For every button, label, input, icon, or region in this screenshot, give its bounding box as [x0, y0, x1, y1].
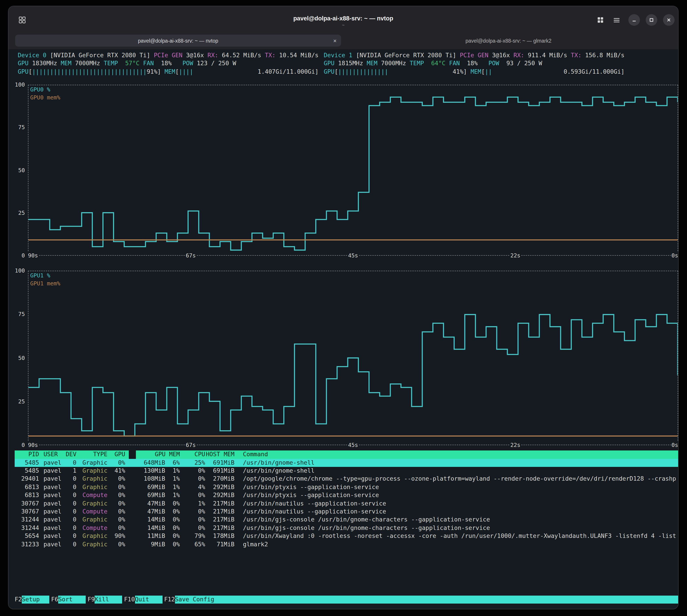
- device1-gauges: GPU[|||||||||||||| 41%] MEM[|| 0.593Gi/1…: [324, 68, 678, 76]
- header-gap: [129, 450, 136, 459]
- process-row[interactable]: 5485pavel0Graphic0%648MiB6%25%691MiB/usr…: [15, 459, 678, 467]
- header-command: Command: [243, 450, 678, 459]
- process-table: PID USER DEV TYPE GPU GPU MEM CPU HOST M…: [15, 450, 678, 548]
- fkey-f9: F9: [88, 596, 95, 603]
- device0-gauges: GPU[||||||||||||||||||||||||||||||||91%]…: [18, 68, 324, 76]
- close-icon: [666, 17, 672, 23]
- x-axis-tick: 90s: [27, 252, 38, 259]
- tab-label: pavel@dolpa-ai-x88-srv: ~ — glmark2: [466, 38, 551, 43]
- gpu1-series-svg: [28, 271, 678, 445]
- header-gpu: GPU: [107, 450, 125, 459]
- process-row[interactable]: 31233pavel0Graphic0%9MiB0%65%71MiBglmark…: [15, 540, 678, 549]
- x-axis-tick: 67s: [185, 442, 196, 449]
- gpu1-legend: GPU1 %GPU1 mem%: [30, 271, 60, 287]
- process-row[interactable]: 31244pavel0Graphic0%14MiB0%0%217MiB/usr/…: [15, 516, 678, 524]
- header-type: TYPE: [77, 450, 107, 459]
- tab-grid-icon: [597, 17, 603, 23]
- menu-button[interactable]: [613, 16, 620, 24]
- fkey-f2: F2: [15, 596, 22, 603]
- device0-clocks: GPU 1830MHz MEM 7000MHz TEMP 57°C FAN 18…: [18, 60, 324, 68]
- fkey-f10: F10: [124, 596, 135, 603]
- y-axis-tick: 75: [18, 125, 25, 131]
- tab-close-button[interactable]: ×: [333, 38, 337, 44]
- tab-glmark2[interactable]: pavel@dolpa-ai-x88-srv: ~ — glmark2: [345, 35, 671, 47]
- y-axis-tick: 0: [22, 252, 25, 259]
- close-button[interactable]: [663, 14, 674, 26]
- gpu0-y-axis: 1007550250: [8, 85, 28, 256]
- y-axis-tick: 50: [18, 355, 25, 361]
- header-pid: PID: [15, 450, 39, 459]
- device1-clocks: GPU 1815MHz MEM 7000MHz TEMP 64°C FAN 18…: [324, 60, 678, 68]
- tab-nvtop[interactable]: pavel@dolpa-ai-x88-srv: ~ — nvtop ×: [15, 35, 341, 47]
- hamburger-menu-icon: [613, 17, 620, 23]
- process-row[interactable]: 30767pavel0Graphic0%47MiB0%1%217MiB/usr/…: [15, 500, 678, 508]
- header-user: USER: [44, 450, 66, 459]
- x-axis-tick: 0s: [671, 252, 679, 259]
- x-axis-tick: 22s: [510, 252, 521, 259]
- gpu0-legend: GPU0 %GPU0 mem%: [30, 86, 60, 101]
- process-row[interactable]: 30767pavel0Compute0%47MiB0%0%217MiB/usr/…: [15, 508, 678, 516]
- process-row[interactable]: 31244pavel0Compute0%14MiB0%0%217MiB/usr/…: [15, 524, 678, 532]
- y-axis-tick: 0: [22, 442, 25, 448]
- fkey-f6: F6: [51, 596, 58, 603]
- maximize-icon: [648, 17, 654, 23]
- minimize-icon: [631, 17, 637, 23]
- y-axis-tick: 100: [15, 268, 25, 274]
- header-dev: DEV: [66, 450, 77, 459]
- x-axis-tick: 0s: [671, 442, 679, 449]
- maximize-button[interactable]: [646, 14, 657, 26]
- y-axis-tick: 50: [18, 167, 25, 173]
- chart-series-label: GPU1 mem%: [30, 279, 60, 287]
- x-axis-tick: 45s: [347, 252, 358, 259]
- screen: pavel@dolpa-ai-x88-srv: ~ — nvtop ~: [0, 0, 687, 616]
- process-row[interactable]: 6813pavel0Graphic0%69MiB1%4%292MiB/usr/b…: [15, 483, 678, 491]
- terminal-window: pavel@dolpa-ai-x88-srv: ~ — nvtop ~: [8, 6, 679, 609]
- device-info-line-2: GPU 1830MHz MEM 7000MHz TEMP 57°C FAN 18…: [18, 60, 678, 68]
- process-row[interactable]: 29401pavel0Graphic0%108MiB1%0%270MiB/opt…: [15, 475, 678, 483]
- process-row[interactable]: 6813pavel0Compute0%69MiB1%0%292MiB/usr/b…: [15, 491, 678, 500]
- titlebar: pavel@dolpa-ai-x88-srv: ~ — nvtop ~: [8, 6, 678, 34]
- header-host-mem: HOST MEM: [205, 450, 235, 459]
- tab-grid-button[interactable]: [596, 16, 604, 24]
- chart-series-line: [28, 97, 678, 250]
- y-axis-tick: 75: [18, 311, 25, 317]
- tab-overview-icon: [19, 17, 26, 23]
- chart-series-label: GPU1 %: [30, 271, 60, 279]
- x-axis-tick: 67s: [185, 252, 196, 259]
- header-cpu: CPU: [180, 450, 205, 459]
- device1-header: Device 1 [NVIDIA GeForce RTX 2080 Ti] PC…: [324, 51, 678, 60]
- process-row[interactable]: 5654pavel0Graphic90%11MiB0%79%178MiB/usr…: [15, 532, 678, 540]
- y-axis-tick: 25: [18, 210, 25, 216]
- fkey-f12: F12: [164, 596, 175, 603]
- y-axis-tick: 100: [15, 82, 25, 88]
- process-row[interactable]: 5485pavel1Graphic41%130MiB1%0%691MiB/usr…: [15, 467, 678, 475]
- fkey-action-kill[interactable]: Kill: [95, 596, 122, 603]
- gpu1-plot-area: GPU1 %GPU1 mem% 90s67s45s22s0s: [28, 271, 678, 445]
- gpu1-y-axis: 1007550250: [8, 271, 28, 445]
- fkey-action-sort[interactable]: Sort: [58, 596, 86, 603]
- tab-strip: pavel@dolpa-ai-x88-srv: ~ — nvtop × pave…: [8, 34, 678, 49]
- chart-series-label: GPU0 %: [30, 86, 60, 93]
- window-subtitle: ~: [342, 23, 345, 27]
- chart-series-label: GPU0 mem%: [30, 93, 60, 101]
- process-table-body: 5485pavel0Graphic0%648MiB6%25%691MiB/usr…: [15, 459, 678, 549]
- x-axis-tick: 45s: [347, 442, 358, 449]
- process-table-header: PID USER DEV TYPE GPU GPU MEM CPU HOST M…: [15, 450, 678, 459]
- terminal-content[interactable]: Device 0 [NVIDIA GeForce RTX 2080 Ti] PC…: [8, 49, 678, 609]
- fkey-action-save-config[interactable]: Save Config: [175, 596, 678, 603]
- gpu0-chart: 1007550250 GPU0 %GPU0 mem% 90s67s45s22s0…: [8, 85, 678, 256]
- minimize-button[interactable]: [628, 14, 640, 26]
- device-info-line-3: GPU[||||||||||||||||||||||||||||||||91%]…: [18, 68, 678, 76]
- tab-label: pavel@dolpa-ai-x88-srv: ~ — nvtop: [138, 38, 218, 43]
- fkey-bar: F2SetupF6SortF9KillF10QuitF12Save Config: [15, 596, 678, 603]
- window-title: pavel@dolpa-ai-x88-srv: ~ — nvtop: [293, 15, 393, 22]
- gpu0-series-svg: [28, 85, 678, 255]
- tab-overview-button[interactable]: [17, 15, 27, 25]
- fkey-action-quit[interactable]: Quit: [135, 596, 162, 603]
- fkey-action-setup[interactable]: Setup: [22, 596, 49, 603]
- x-axis-tick: 90s: [27, 442, 38, 449]
- x-axis-tick: 22s: [510, 442, 521, 449]
- y-axis-tick: 25: [18, 398, 25, 405]
- device-info-line-1: Device 0 [NVIDIA GeForce RTX 2080 Ti] PC…: [18, 51, 678, 60]
- gpu1-chart: 1007550250 GPU1 %GPU1 mem% 90s67s45s22s0…: [8, 271, 678, 445]
